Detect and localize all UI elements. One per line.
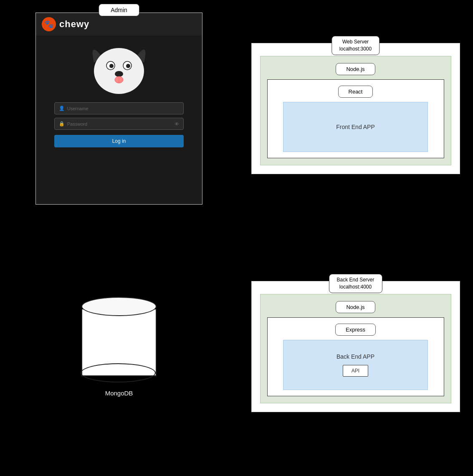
web-server-label: Web Server localhost:3000 [339,39,372,52]
backend-nodejs-container: Node.js Express Back End APP API [260,294,451,403]
backend-server-diagram: Back End Server localhost:4000 Node.js E… [251,281,460,412]
backend-app-box: Back End APP API [283,340,428,390]
chewy-header: 🐾 chewy [36,13,202,35]
react-container: React Front End APP [267,79,444,158]
backend-nodejs-badge: Node.js [336,301,375,313]
eye-icon: 👁 [175,122,179,127]
password-input[interactable]: 🔒 Password 👁 [54,118,184,130]
username-placeholder: Username [67,106,89,111]
mongodb-cylinder [81,297,157,380]
svg-point-4 [126,64,130,68]
frontend-app-label: Front End APP [336,124,375,130]
dog-illustration [86,40,152,98]
admin-badge: Admin [99,4,139,16]
nodejs-container: Node.js React Front End APP [260,56,451,165]
react-badge: React [338,86,373,98]
backend-server-label: Back End Server localhost:4000 [336,277,374,290]
api-box: API [343,365,368,377]
nodejs-badge: Node.js [336,63,375,75]
mongodb-label: MongoDB [105,390,133,397]
express-badge: Express [335,324,376,336]
lock-icon: 🔒 [59,121,65,127]
mongodb-diagram: MongoDB [81,297,157,397]
username-input[interactable]: 👤 Username [54,102,184,114]
cylinder-top [81,297,157,316]
frontend-app-box: Front End APP [283,102,428,152]
chewy-logo-text: chewy [59,19,89,30]
svg-point-5 [115,71,123,77]
login-form: 👤 Username 🔒 Password 👁 Log in [54,102,184,147]
web-server-diagram: Web Server localhost:3000 Node.js React … [251,43,460,174]
cylinder-bottom [81,363,156,382]
backend-app-label: Back End APP [336,353,374,360]
login-button[interactable]: Log in [54,135,184,147]
password-placeholder: Password [67,122,172,127]
svg-point-3 [109,64,114,68]
chewy-login-area: 🐾 chewy [36,13,202,204]
chewy-logo-icon: 🐾 [42,17,56,31]
user-icon: 👤 [59,106,65,111]
web-server-badge: Web Server localhost:3000 [331,36,379,55]
express-container: Express Back End APP API [267,317,444,396]
chewy-login-card: Admin 🐾 chewy [35,13,202,205]
backend-server-badge: Back End Server localhost:4000 [329,274,382,293]
